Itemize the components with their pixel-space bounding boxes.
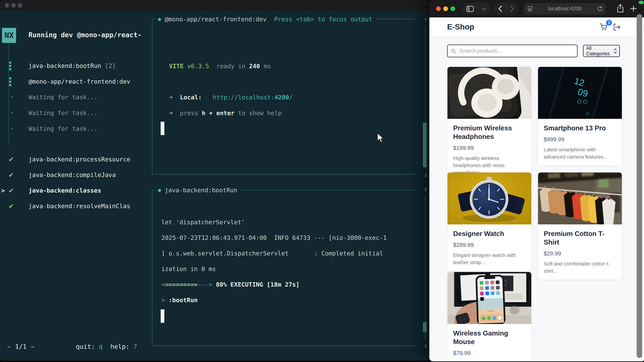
product-card[interactable]: Premium Wireless Headphones $199.99 High… [448, 67, 531, 181]
local-url[interactable]: http://localhost:4200/ [213, 94, 293, 101]
task-row[interactable]: java-backend:compileJava [28, 171, 116, 179]
terminal-titlebar[interactable] [0, 0, 430, 11]
pane-bullet-icon: ● [158, 15, 161, 23]
quit-key: q [99, 343, 103, 350]
task-row[interactable]: Waiting for task... [28, 93, 98, 101]
task-row[interactable]: java-backend:bootRun [2] [28, 62, 116, 70]
progress-bar-fill: ========= [165, 281, 198, 288]
close-button[interactable] [436, 6, 441, 11]
page-indicator: 1/1 [11, 343, 30, 350]
product-card[interactable]: Wireless Gaming Mouse $79.99 High-perfor… [448, 272, 531, 361]
pending-dot-icon: · [10, 124, 14, 133]
product-price: $299.99 [453, 242, 526, 248]
prev-page-icon[interactable]: ← [8, 343, 11, 350]
ready-unit: ms [260, 63, 271, 69]
product-description: Latest smartphone with advanced camera f… [544, 146, 616, 160]
vite-ready-line: VITE v6.3.5 ready in 240 ms [169, 62, 271, 70]
product-card[interactable]: Designer Watch $299.99 Elegant designer … [448, 172, 531, 271]
task-spinner [9, 61, 11, 71]
product-name: Premium Cotton T-Shirt [544, 229, 616, 247]
scrollbar-thumb[interactable] [423, 123, 427, 167]
product-image-smartphone: 12 09 [538, 67, 622, 119]
pane-rule [376, 19, 416, 19]
task-row[interactable]: java-backend:resolveMainClas [28, 202, 130, 210]
pending-dot-icon: · [10, 92, 14, 102]
terminal-window: NX Running dev @mono-app/react- java-bac… [0, 0, 430, 361]
product-price: $29.99 [544, 250, 616, 257]
vite-version: v6.3.5 [184, 63, 209, 69]
zoom-button[interactable] [450, 6, 455, 11]
backend-pane-header[interactable]: ● java-backend:bootRun [152, 186, 416, 194]
back-icon[interactable] [498, 5, 502, 12]
zoom-button[interactable] [18, 3, 22, 8]
gradle-progress-line: <=========---> 80% EXECUTING [18m 27s] [161, 281, 300, 289]
close-button[interactable] [5, 3, 9, 8]
local-url-line: ➜ Local: http://localhost:4200/ [169, 93, 293, 101]
select-stepper-icon [614, 48, 617, 54]
minimize-button[interactable] [443, 6, 448, 11]
minimize-button[interactable] [11, 3, 16, 8]
help-keys: h + enter [202, 110, 234, 116]
task-row[interactable]: Waiting for task... [28, 125, 98, 133]
search-input[interactable] [447, 44, 578, 57]
help-key: ? [133, 343, 137, 350]
product-image-phone-in-hand [448, 272, 531, 324]
product-card[interactable]: Premium Cotton T-Shirt $29.99 Soft and c… [538, 172, 622, 280]
scrollbar-track[interactable] [424, 195, 425, 340]
sidebar-icon[interactable] [466, 6, 474, 12]
pane-rule [241, 190, 416, 190]
page-settings-icon[interactable] [528, 6, 532, 11]
check-icon: ✔ [8, 171, 14, 179]
pane-bullet-icon: ● [158, 186, 161, 194]
pane-corner-tick [152, 19, 155, 19]
mouse-cursor [377, 133, 385, 143]
product-image-tshirts [538, 172, 622, 224]
frontend-pane-header[interactable]: ● @mono-app/react-frontend:dev Press <ta… [152, 15, 416, 23]
cart-count-badge: 1 [606, 20, 612, 26]
status-green-dot [639, 1, 644, 4]
logout-icon[interactable] [613, 23, 621, 31]
product-price: $999.99 [544, 136, 616, 143]
page-scrollbar-thumb[interactable] [636, 14, 642, 358]
chevron-down-icon[interactable] [482, 8, 486, 10]
task-row-selected[interactable]: java-backend:classes [28, 187, 101, 195]
scrollbar-thumb[interactable] [423, 322, 427, 332]
reload-icon[interactable] [597, 6, 602, 11]
vite-brand: VITE [169, 63, 184, 69]
check-icon: ✔ [8, 202, 14, 210]
product-card[interactable]: 12 09 Smartphone 13 Pro $999.99 Latest s… [538, 67, 622, 165]
gradle-prompt-line: > :bootRun [161, 296, 198, 304]
pager-control[interactable]: ← 1/1 → [8, 343, 34, 351]
ready-label: ready in [209, 63, 249, 69]
focus-output-hint: Press <tab> to focus output [274, 16, 372, 23]
task-row[interactable]: Waiting for task... [28, 109, 98, 117]
task-spinner [9, 77, 11, 87]
help-hint-line: ➜ press h + enter to show help [169, 109, 282, 117]
category-select[interactable]: All Categories [583, 45, 620, 57]
arrow-icon: ➜ [169, 110, 173, 116]
selection-pointer-icon: > [1, 187, 5, 195]
task-row[interactable]: java-backend:processResource [28, 155, 130, 163]
search-icon [451, 48, 456, 54]
ready-ms: 240 [249, 63, 260, 69]
new-tab-icon[interactable] [630, 5, 637, 12]
share-icon[interactable] [617, 4, 624, 13]
task-label: java-backend:bootRun [28, 62, 101, 69]
next-page-icon[interactable]: → [30, 343, 34, 350]
terminal-cursor [161, 309, 164, 323]
scrollbar-track[interactable] [426, 195, 426, 340]
forward-icon[interactable] [510, 5, 514, 12]
pane-title: @mono-app/react-frontend:dev [165, 16, 266, 23]
brand-title[interactable]: E-Shop [447, 22, 474, 31]
task-row[interactable]: @mono-app/react-frontend:dev [28, 78, 130, 86]
terminal-heading: Running dev @mono-app/react- [28, 31, 142, 39]
url-text[interactable]: localhost:4200 [532, 6, 597, 12]
task-count: [2] [101, 62, 116, 69]
check-icon: ✔ [8, 187, 14, 195]
pending-dot-icon: · [10, 108, 14, 117]
pane-title: java-backend:bootRun [165, 187, 237, 194]
product-image-headphones [448, 67, 531, 119]
search-box [447, 44, 578, 57]
address-bar[interactable]: localhost:4200 [524, 3, 606, 14]
product-description: Soft and comfortable cotton t-shirt... [544, 260, 616, 275]
